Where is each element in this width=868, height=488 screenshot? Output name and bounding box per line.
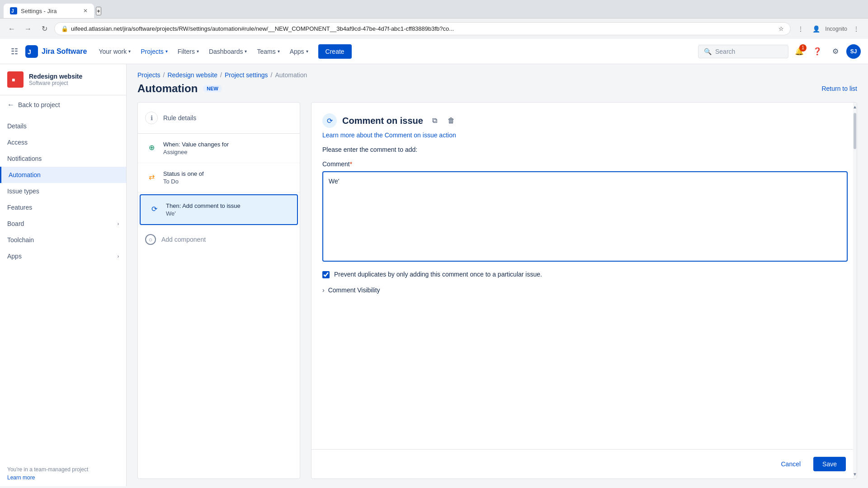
browser-tab[interactable]: J Settings - Jira ✕ [4, 4, 94, 18]
nav-teams[interactable]: Teams ▾ [252, 44, 284, 59]
jira-app: ☷ J Jira Software Your work ▾ Projects ▾… [0, 39, 868, 486]
scroll-up-arrow[interactable]: ▲ [853, 104, 857, 109]
logo: J Jira Software [25, 45, 87, 58]
svg-text:J: J [11, 9, 14, 14]
search-bar[interactable]: 🔍 Search [698, 45, 788, 58]
chevron-down-icon: ▾ [306, 49, 308, 54]
comment-textarea[interactable]: We| [322, 171, 848, 262]
comment-visibility-toggle[interactable]: › Comment Visibility [322, 286, 848, 294]
chevron-right-icon: › [118, 221, 119, 226]
panel-title: Comment on issue [342, 116, 423, 126]
learn-more-action-link[interactable]: Learn more about the Comment on issue ac… [322, 131, 848, 139]
sidebar-nav: Details Access Notifications Automation … [0, 114, 126, 268]
flow-action-title: Then: Add comment to issue [166, 202, 290, 209]
sidebar-item-features[interactable]: Features [0, 199, 126, 216]
chevron-down-icon: ▾ [245, 49, 247, 54]
flow-item-condition[interactable]: ⇄ Status is one of To Do [138, 163, 300, 192]
rule-details-label: Rule details [163, 114, 196, 122]
svg-text:J: J [28, 48, 31, 56]
sidebar-item-details[interactable]: Details [0, 118, 126, 134]
panel-title-row: ⟳ Comment on issue ⧉ 🗑 [322, 113, 848, 128]
copy-icon[interactable]: ⧉ [429, 114, 441, 127]
trigger-icon: ⊕ [145, 141, 158, 154]
page-header: Automation NEW Return to list [127, 79, 868, 102]
sidebar-item-issue-types[interactable]: Issue types [0, 183, 126, 199]
create-button[interactable]: Create [318, 44, 352, 59]
flow-condition-subtitle: To Do [163, 178, 292, 185]
flow-condition-title: Status is one of [163, 170, 292, 177]
extensions-button[interactable]: ⋮ [794, 23, 807, 35]
address-text: uifeed.atlassian.net/jira/software/proje… [71, 25, 776, 32]
flow-condition-content: Status is one of To Do [163, 170, 292, 185]
menu-button[interactable]: ⋮ [850, 23, 863, 35]
learn-more-link[interactable]: Learn more [7, 474, 119, 481]
lock-icon: 🔒 [61, 25, 68, 32]
flow-item-trigger[interactable]: ⊕ When: Value changes for Assignee [138, 134, 300, 163]
delete-icon[interactable]: 🗑 [445, 114, 458, 127]
tab-close-button[interactable]: ✕ [83, 8, 88, 14]
nav-projects[interactable]: Projects ▾ [136, 44, 172, 59]
project-icon: ■ [7, 71, 24, 88]
notifications-button[interactable]: 🔔 1 [792, 44, 807, 59]
browser-actions: ⋮ 👤 Incognito ⋮ [794, 23, 863, 35]
nav-filters[interactable]: Filters ▾ [173, 44, 203, 59]
right-panel-content: ⟳ Comment on issue ⧉ 🗑 Learn more about … [311, 103, 857, 449]
tab-bar: J Settings - Jira ✕ + [0, 0, 868, 18]
sidebar-item-board[interactable]: Board › [0, 216, 126, 232]
nav-apps[interactable]: Apps ▾ [285, 44, 313, 59]
incognito-button[interactable]: 👤 [810, 23, 822, 35]
page-content: Projects / Redesign website / Project se… [127, 64, 868, 486]
sidebar-footer: You're in a team-managed project Learn m… [0, 461, 126, 486]
breadcrumb-projects[interactable]: Projects [137, 71, 160, 79]
back-button[interactable]: ← [5, 23, 18, 35]
return-to-list-link[interactable]: Return to list [821, 85, 857, 92]
save-button[interactable]: Save [813, 457, 846, 471]
chevron-down-icon: ▾ [278, 49, 280, 54]
chevron-down-icon: ▾ [197, 49, 199, 54]
nav-dashboards[interactable]: Dashboards ▾ [204, 44, 252, 59]
browser-window: J Settings - Jira ✕ + ← → ↻ 🔒 uifeed.atl… [0, 0, 868, 39]
grid-icon[interactable]: ☷ [7, 43, 22, 60]
cancel-button[interactable]: Cancel [774, 457, 808, 471]
right-panel: ⟳ Comment on issue ⧉ 🗑 Learn more about … [311, 102, 857, 479]
forward-button[interactable]: → [22, 23, 34, 35]
rule-details-item[interactable]: ℹ Rule details [138, 103, 300, 134]
new-tab-button[interactable]: + [96, 7, 101, 15]
back-to-project[interactable]: ← Back to project [0, 95, 126, 114]
help-button[interactable]: ❓ [810, 44, 825, 59]
flow-trigger-subtitle: Assignee [163, 149, 292, 155]
breadcrumb-project-settings[interactable]: Project settings [225, 71, 268, 79]
scroll-thumb[interactable] [854, 113, 856, 149]
scroll-down-arrow[interactable]: ▼ [853, 472, 857, 477]
add-icon: ○ [145, 234, 156, 245]
bookmark-icon[interactable]: ☆ [778, 25, 784, 32]
settings-button[interactable]: ⚙ [828, 44, 843, 59]
sidebar-item-apps[interactable]: Apps › [0, 248, 126, 264]
sidebar-item-automation[interactable]: Automation [0, 167, 126, 183]
logo-text: Jira Software [42, 47, 87, 56]
condition-icon: ⇄ [145, 170, 158, 183]
sidebar: ■ Redesign website Software project ← Ba… [0, 64, 127, 486]
sidebar-project-header: ■ Redesign website Software project [0, 64, 126, 95]
svg-text:■: ■ [12, 77, 15, 83]
chevron-down-icon: ▾ [128, 49, 131, 54]
incognito-label: Incognito [825, 26, 847, 32]
flow-action-subtitle: We' [166, 210, 290, 217]
sidebar-item-access[interactable]: Access [0, 134, 126, 150]
chevron-down-icon: ▾ [165, 49, 168, 54]
flow-item-action[interactable]: ⟳ Then: Add comment to issue We' [140, 194, 298, 225]
add-component-button[interactable]: ○ Add component [138, 227, 300, 252]
breadcrumb-redesign-website[interactable]: Redesign website [167, 71, 217, 79]
reload-button[interactable]: ↻ [38, 23, 51, 35]
address-bar[interactable]: 🔒 uifeed.atlassian.net/jira/software/pro… [54, 22, 791, 35]
left-panel: ℹ Rule details ⊕ When: Value changes for… [137, 102, 300, 479]
nav-your-work[interactable]: Your work ▾ [94, 44, 135, 59]
prevent-duplicates-row: Prevent duplicates by only adding this c… [322, 270, 848, 279]
avatar[interactable]: SJ [846, 44, 861, 59]
favicon-icon: J [10, 7, 17, 14]
panel-action-icons: ⧉ 🗑 [429, 114, 458, 127]
prevent-duplicates-checkbox[interactable] [322, 271, 330, 278]
sidebar-item-toolchain[interactable]: Toolchain [0, 232, 126, 248]
sidebar-item-notifications[interactable]: Notifications [0, 150, 126, 167]
browser-nav-bar: ← → ↻ 🔒 uifeed.atlassian.net/jira/softwa… [0, 18, 868, 39]
